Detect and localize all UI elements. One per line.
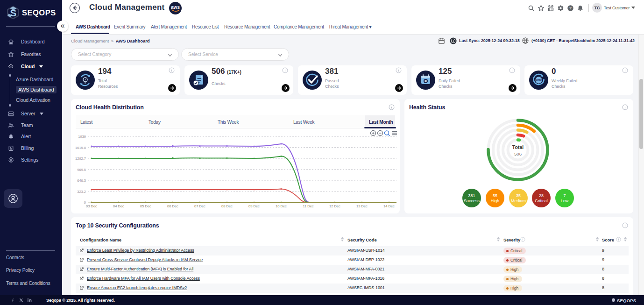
- svg-text:1939: 1939: [78, 135, 86, 139]
- svg-text:05 Dec: 05 Dec: [140, 204, 151, 208]
- svg-text:WEEK: WEEK: [536, 79, 542, 82]
- svg-text:High: High: [491, 199, 500, 203]
- svg-text:969.5: 969.5: [77, 168, 86, 172]
- svg-text:Total: Total: [512, 144, 524, 150]
- svg-text:?: ?: [569, 6, 572, 10]
- svg-text:09 Dec: 09 Dec: [248, 204, 260, 208]
- svg-text:1292.7: 1292.7: [75, 156, 86, 161]
- svg-text:14 Dec: 14 Dec: [383, 204, 395, 208]
- svg-text:55: 55: [493, 193, 497, 198]
- svg-text:04 Dec: 04 Dec: [113, 204, 124, 208]
- svg-text:12 Dec: 12 Dec: [329, 204, 340, 208]
- svg-text:Critical: Critical: [535, 199, 548, 203]
- svg-text:7: 7: [563, 193, 566, 198]
- svg-text:13 Dec: 13 Dec: [356, 204, 368, 208]
- svg-text:381: 381: [468, 193, 475, 198]
- svg-text:10 Dec: 10 Dec: [276, 204, 287, 208]
- svg-text:Low: Low: [561, 199, 569, 203]
- svg-text:506: 506: [514, 151, 522, 156]
- svg-text:03 Dec: 03 Dec: [86, 204, 97, 208]
- svg-text:Medium: Medium: [511, 199, 526, 203]
- svg-text:11 Dec: 11 Dec: [303, 204, 313, 208]
- svg-text:646.3: 646.3: [77, 178, 86, 183]
- svg-text:08 Dec: 08 Dec: [221, 204, 233, 208]
- svg-text:323.2: 323.2: [77, 190, 86, 194]
- svg-text:07 Dec: 07 Dec: [194, 204, 205, 208]
- svg-text:35: 35: [516, 193, 521, 198]
- svg-text:06 Dec: 06 Dec: [167, 204, 178, 208]
- svg-text:Success: Success: [464, 199, 480, 203]
- svg-text:28: 28: [539, 193, 544, 198]
- svg-text:S: S: [10, 7, 17, 18]
- svg-text:1615.8: 1615.8: [75, 146, 86, 150]
